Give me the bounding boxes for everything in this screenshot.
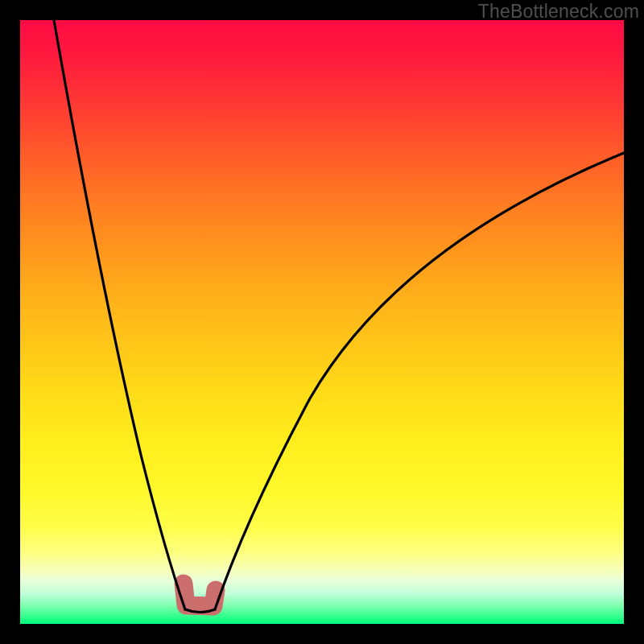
plot-area [20,20,624,624]
chart-svg [20,20,624,624]
chart-frame: TheBottleneck.com [0,0,644,644]
highlight-minimum [184,584,216,606]
watermark-text: TheBottleneck.com [478,1,639,23]
curve-left-branch [54,20,185,609]
curve-right-branch [215,153,624,609]
